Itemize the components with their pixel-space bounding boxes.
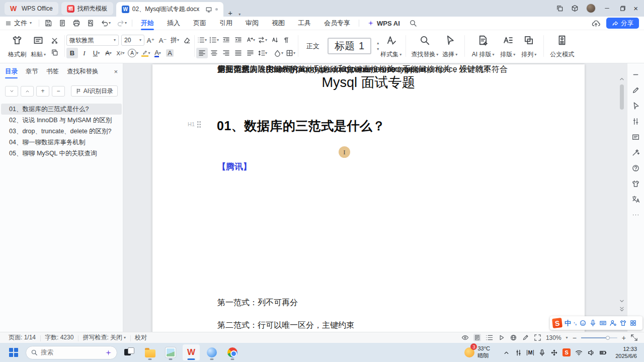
style-gallery-arrows[interactable]: ▴▾ xyxy=(375,32,380,60)
ai-recognize-toc-button[interactable]: AI识别目录 xyxy=(71,85,118,97)
scrollbar-thumb[interactable] xyxy=(620,84,624,110)
document-page[interactable]: Mysql 面试专题 H1 01、数据库的三范式是什么？ I 【腾讯】 第一范式… xyxy=(152,64,585,332)
search-input[interactable] xyxy=(41,349,96,356)
toc-zoom-out-button[interactable]: − xyxy=(52,86,65,97)
paste-button[interactable]: 粘贴▾ xyxy=(28,32,49,60)
text-direction-button[interactable]: ▾ xyxy=(245,35,256,45)
increase-indent-button[interactable] xyxy=(232,35,244,45)
reading-eye-icon[interactable] xyxy=(461,334,469,341)
text-effects-button[interactable]: A▾ xyxy=(127,48,139,58)
strikethrough-button[interactable]: A▾ xyxy=(103,48,114,58)
zoom-slider-thumb[interactable] xyxy=(606,336,610,340)
official-mode-button[interactable]: 公文模式 xyxy=(548,32,576,60)
font-name-select[interactable]: 微软雅黑▾ xyxy=(66,35,119,46)
wps-app-button[interactable]: W xyxy=(183,344,200,360)
spellcheck-status[interactable]: 拼写检查: 关闭▾ xyxy=(78,333,130,342)
taskbar-clock[interactable]: 12:33 2025/6/6 xyxy=(615,345,639,360)
menu-tab-home[interactable]: 开始 xyxy=(134,17,160,30)
fullscreen-icon[interactable] xyxy=(630,334,638,341)
phonetic-guide-button[interactable]: 拼▾ xyxy=(169,35,181,46)
heading-gutter[interactable]: H1 xyxy=(188,121,201,128)
focus-mode-icon[interactable] xyxy=(534,334,541,341)
start-button[interactable] xyxy=(5,344,22,360)
task-view-button[interactable] xyxy=(121,344,138,360)
browser-app-button[interactable] xyxy=(203,344,220,360)
taskbar-search[interactable] xyxy=(26,346,117,359)
ime-account-icon[interactable] xyxy=(609,319,617,327)
document-heading[interactable]: 01、数据库的三范式是什么？ xyxy=(217,118,385,134)
tab-wps-office[interactable]: W WPS Office xyxy=(5,2,58,15)
sidebar-tab-toc[interactable]: 目录 xyxy=(5,63,18,79)
close-button[interactable]: × xyxy=(633,5,638,12)
style-body[interactable]: 正文 xyxy=(302,32,324,60)
proofread-button[interactable]: 校对 xyxy=(130,333,151,342)
file-menu-button[interactable]: 文件 ▾ xyxy=(0,19,37,28)
photos-app-button[interactable] xyxy=(162,344,179,360)
menu-tab-review[interactable]: 审阅 xyxy=(239,17,265,30)
ime-punctuation-button[interactable]: ·, xyxy=(574,321,577,326)
font-size-select[interactable]: 20▾ xyxy=(121,35,144,46)
decrease-indent-button[interactable] xyxy=(220,35,232,45)
tray-sogou-icon[interactable]: S xyxy=(562,348,571,356)
sidebar-tab-bookmark[interactable]: 书签 xyxy=(46,63,59,79)
scroll-down-button[interactable] xyxy=(618,298,625,305)
zoom-slider[interactable] xyxy=(581,337,617,338)
help-icon[interactable] xyxy=(631,164,640,172)
print-preview-button[interactable] xyxy=(84,19,98,27)
collapse-rail-button[interactable] xyxy=(631,70,640,79)
menu-tab-member[interactable]: 会员专享 xyxy=(317,17,357,30)
user-avatar[interactable] xyxy=(586,4,596,13)
battery-icon[interactable] xyxy=(599,349,607,356)
toc-item[interactable]: 05、聊聊 MySQL 中的关联查询 xyxy=(1,148,122,159)
cloud-upload-icon[interactable] xyxy=(592,19,600,28)
gallery-up-icon[interactable]: ▴ xyxy=(377,41,379,45)
bold-button[interactable]: B xyxy=(66,48,78,58)
zoom-level[interactable]: 130% xyxy=(546,334,561,341)
page-indicator[interactable]: 页面: 1/14 xyxy=(4,333,40,342)
toc-expand-down-button[interactable] xyxy=(5,86,18,97)
menu-tab-insert[interactable]: 插入 xyxy=(160,17,187,30)
emoji-icon[interactable] xyxy=(579,319,587,327)
gallery-down-icon[interactable]: ▾ xyxy=(377,47,379,51)
format-painter-button[interactable]: 格式刷 xyxy=(7,32,28,60)
monitor-icon[interactable] xyxy=(205,6,212,13)
show-marks-button[interactable] xyxy=(281,35,292,45)
toc-item[interactable]: 01、数据库的三范式是什么? xyxy=(1,104,122,115)
translate-icon[interactable] xyxy=(631,195,640,204)
paragraph[interactable]: 第二范式：行可以唯一区分，主键约束 xyxy=(217,320,354,331)
print-layout-view-icon[interactable] xyxy=(473,334,481,341)
export-button[interactable] xyxy=(55,19,69,27)
tab-document-active[interactable]: W 02、Mysql面试专题.docx xyxy=(116,2,223,17)
hidden-icons-chevron[interactable] xyxy=(503,349,510,356)
align-left-button[interactable] xyxy=(196,48,208,58)
web-layout-icon[interactable] xyxy=(510,334,517,341)
toc-item[interactable]: 03、drop、truncate、delete 的区别? xyxy=(1,126,122,137)
menu-tab-wps-ai[interactable]: WPS AI xyxy=(361,20,406,27)
next-page-button[interactable] xyxy=(618,306,625,313)
tray-mic-icon[interactable] xyxy=(538,349,546,356)
select-cursor-icon[interactable] xyxy=(631,102,640,110)
bullet-list-button[interactable]: ▾ xyxy=(196,35,208,45)
toc-item[interactable]: 02、说说 InnoDB 与 MyISAM 的区别 xyxy=(1,115,122,126)
properties-sliders-icon[interactable] xyxy=(631,117,640,126)
soft-keyboard-icon[interactable] xyxy=(599,319,607,327)
font-color-button[interactable]: A▾ xyxy=(152,48,164,58)
file-explorer-button[interactable] xyxy=(141,344,158,360)
weather-widget[interactable]: 3 33°C晴朗 xyxy=(464,345,492,359)
zoom-out-button[interactable]: − xyxy=(573,334,577,342)
restore-button[interactable] xyxy=(618,5,626,12)
vertical-scrollbar[interactable] xyxy=(618,63,625,332)
align-justify-button[interactable] xyxy=(232,48,244,58)
italic-button[interactable]: I xyxy=(78,48,90,58)
toc-collapse-up-button[interactable] xyxy=(21,86,34,97)
layout-button[interactable]: 排版▾ xyxy=(497,32,518,60)
drag-handle-icon[interactable] xyxy=(197,121,201,128)
toc-item[interactable]: 04、聊一聊数据库事务机制 xyxy=(1,137,122,148)
copy-button[interactable] xyxy=(49,47,60,58)
zoom-in-button[interactable]: + xyxy=(622,334,626,342)
paragraph[interactable]: 第一范式：列不可再分 xyxy=(217,298,298,308)
ink-pen-icon[interactable] xyxy=(522,334,529,341)
menu-tab-tools[interactable]: 工具 xyxy=(291,17,317,30)
highlight-button[interactable]: ▾ xyxy=(140,48,151,58)
style-set-button[interactable]: 样式集▾ xyxy=(380,32,401,60)
